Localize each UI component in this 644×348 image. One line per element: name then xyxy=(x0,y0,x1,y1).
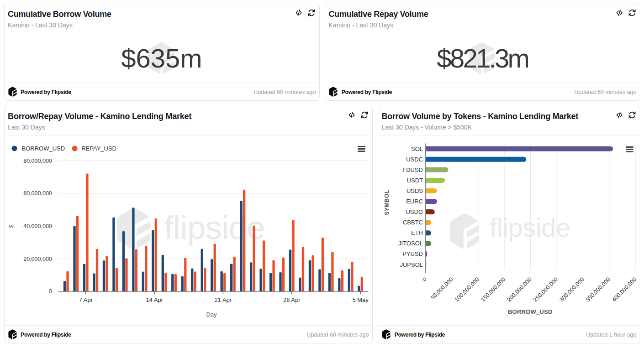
svg-text:5 May: 5 May xyxy=(352,296,369,303)
svg-text:USDC: USDC xyxy=(406,156,423,163)
svg-text:400,000,000: 400,000,000 xyxy=(611,276,638,303)
svg-text:REPAY_USD: REPAY_USD xyxy=(81,145,116,152)
svg-text:80,000,000: 80,000,000 xyxy=(23,158,52,164)
svg-text:JITOSOL: JITOSOL xyxy=(398,240,423,247)
svg-text:SYMBOL: SYMBOL xyxy=(384,190,390,215)
svg-text:$: $ xyxy=(8,224,15,228)
svg-text:USDG: USDG xyxy=(406,208,423,215)
svg-text:60,000,000: 60,000,000 xyxy=(23,190,52,197)
svg-text:300,000,000: 300,000,000 xyxy=(558,276,585,303)
svg-text:EURC: EURC xyxy=(406,198,423,205)
svg-text:BORROW_USD: BORROW_USD xyxy=(21,145,65,152)
svg-text:28 Apr: 28 Apr xyxy=(283,296,301,303)
svg-text:40,000,000: 40,000,000 xyxy=(23,223,52,229)
svg-text:USDS: USDS xyxy=(406,187,423,194)
svg-text:100,000,000: 100,000,000 xyxy=(454,276,480,303)
svg-text:7 Apr: 7 Apr xyxy=(79,296,93,303)
svg-text:BORROW_USD: BORROW_USD xyxy=(508,308,552,315)
svg-text:14 Apr: 14 Apr xyxy=(146,296,163,303)
svg-text:CBBTC: CBBTC xyxy=(403,219,423,226)
svg-text:0: 0 xyxy=(48,288,52,295)
svg-text:USDT: USDT xyxy=(407,177,423,184)
svg-text:200,000,000: 200,000,000 xyxy=(506,276,533,303)
svg-text:FDUSD: FDUSD xyxy=(402,166,423,173)
svg-text:150,000,000: 150,000,000 xyxy=(480,276,507,303)
svg-text:0: 0 xyxy=(421,276,428,283)
svg-text:PYUSD: PYUSD xyxy=(402,250,423,257)
svg-text:250,000,000: 250,000,000 xyxy=(532,276,559,303)
svg-text:JUPSOL: JUPSOL xyxy=(400,261,423,268)
svg-text:20,000,000: 20,000,000 xyxy=(23,256,52,262)
svg-text:ETH: ETH xyxy=(411,229,423,236)
svg-text:Day: Day xyxy=(206,311,217,318)
svg-text:350,000,000: 350,000,000 xyxy=(585,276,612,303)
svg-text:50,000,000: 50,000,000 xyxy=(429,276,454,301)
svg-text:21 Apr: 21 Apr xyxy=(214,296,232,303)
svg-text:SOL: SOL xyxy=(411,145,423,152)
